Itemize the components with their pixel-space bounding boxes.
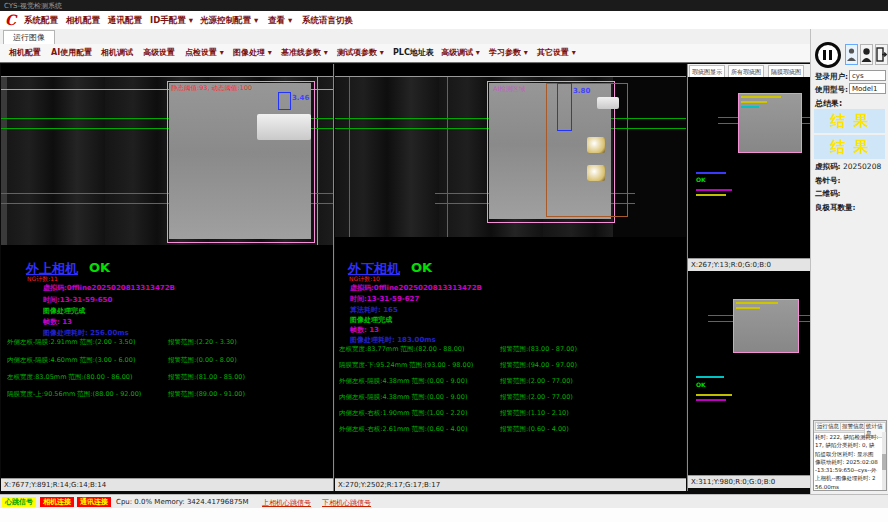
menu-system-config[interactable]: 系统配置 <box>20 11 62 29</box>
log-scrollbar[interactable] <box>882 432 886 490</box>
user-login-button[interactable] <box>845 44 858 65</box>
pause-icon <box>823 50 826 60</box>
heartbeat-status-badge: 心跳信号 <box>2 497 36 507</box>
menu-bar: C 系统配置 相机配置 通讯配置 ID手配置 ▾ 光源控制配置 ▾ 查看 ▾ 系… <box>0 11 888 30</box>
divider <box>333 64 334 491</box>
app-logo-icon: C <box>5 11 16 29</box>
menu-light-config[interactable]: 光源控制配置 ▾ <box>196 11 262 29</box>
ai-area-label: AI检测区域 <box>493 85 525 94</box>
tool-image-processing[interactable]: 图像处理 ▾ <box>230 44 275 62</box>
alarm-range: 报警范围:(2.00 - 77.00) <box>500 393 573 402</box>
tool-test-item-params[interactable]: 测试项参数 ▾ <box>334 44 387 62</box>
measurement-row: 内侧左板-隔膜:4.38mm 范围:(0.00 - 9.00) <box>339 393 467 402</box>
measurement-row: 隔膜宽度-上:90.56mm 范围:(88.00 - 92.00) <box>7 390 141 399</box>
log-body-text: 耗时: 222, 缺陷检测耗时: 17, 缺陷分类耗时: 0, 缺陷提取分区耗时… <box>815 433 879 491</box>
menu-language-switch[interactable]: 系统语言切换 <box>298 11 357 29</box>
title-bar: CYS-视觉检测系统 <box>0 0 888 11</box>
white-connector <box>257 114 311 140</box>
result-display-1: 结果 <box>814 109 885 133</box>
pixel-coord-bar-left: X:7677;Y:891;R:14;G:14;B:14 <box>1 478 333 491</box>
defect-thumbnail-2[interactable]: OK <box>688 271 810 475</box>
machine-column <box>1 77 7 245</box>
overlay-green-vline <box>447 77 448 237</box>
tool-learning-params[interactable]: 学习参数 ▾ <box>486 44 531 62</box>
barcode-field-value: 20250208 <box>843 162 881 171</box>
user-icon <box>846 45 857 64</box>
threshold-label: 静态阈值:93, 动态阈值:100 <box>171 84 252 93</box>
process-done-label: 图像处理完成 <box>43 306 85 316</box>
time-label: 时间:13-31-59-650 <box>43 295 112 305</box>
reflective-part <box>587 165 605 181</box>
mini-text-line <box>696 194 726 196</box>
divider <box>0 62 810 63</box>
user-profile-button[interactable] <box>860 44 873 65</box>
log-tabs: 运行信息 报警信息 统计信息 <box>814 421 886 433</box>
sidebar: 登录用户: cys 使用型号: Model1 总结果: 结果 结果 虚拟码: 2… <box>810 29 888 494</box>
mini-text-overlay <box>736 307 760 309</box>
tool-spotcheck-settings[interactable]: 点检设置 ▾ <box>182 44 227 62</box>
menu-view[interactable]: 查看 ▾ <box>264 11 296 29</box>
menu-id-hand-config[interactable]: ID手配置 ▾ <box>146 11 197 29</box>
tool-other-settings[interactable]: 其它设置 ▾ <box>534 44 579 62</box>
exit-door-icon <box>876 45 887 64</box>
measure-value-label: 3.46 <box>292 94 309 102</box>
mini-text-overlay <box>736 302 778 304</box>
mini-text-line <box>696 189 732 191</box>
alarm-range: 报警范围:(94.00 - 97.00) <box>500 361 577 370</box>
pixel-coord-bar-thumb1: X:267;Y:13;R:0;G:0;B:0 <box>688 258 810 271</box>
alarm-range: 报警范围:(89.00 - 91.00) <box>168 390 245 399</box>
barcode-field-label: 虚拟码: <box>815 162 841 172</box>
pause-button[interactable] <box>815 42 841 68</box>
tool-camera-config[interactable]: 相机配置 <box>6 44 44 62</box>
mini-text-line <box>696 394 732 396</box>
defect-thumbnail-1[interactable]: OK <box>688 77 810 258</box>
mini-text-overlay <box>741 106 759 108</box>
overlay-green-vline <box>349 77 350 237</box>
algo-time-label: 算法耗时: 165 <box>350 305 398 315</box>
frame-count-label: 帧数: 13 <box>43 317 72 327</box>
model-field[interactable]: Model1 <box>849 83 886 94</box>
white-connector <box>597 97 619 109</box>
menu-comm-config[interactable]: 通讯配置 <box>104 11 146 29</box>
time-label: 时间:13-31-59-627 <box>350 294 419 304</box>
tab-strip: 运行图像 <box>0 29 810 45</box>
measurement-row: 外侧左板-右板:2.61mm 范围:(0.60 - 4.00) <box>339 425 467 434</box>
upper-camera-heartbeat: 上相机心跳信号 <box>262 498 311 508</box>
comm-connect-badge: 通讯连接 <box>77 497 111 507</box>
result-ok-label: OK <box>411 260 432 275</box>
user-dark-icon <box>861 45 872 64</box>
menu-camera-config[interactable]: 相机配置 <box>62 11 104 29</box>
exit-button[interactable] <box>875 44 888 65</box>
alarm-range: 报警范围:(1.10 - 2.10) <box>500 409 569 418</box>
tool-advanced-debug[interactable]: 高级调试 ▾ <box>438 44 483 62</box>
alarm-range: 报警范围:(2.20 - 3.30) <box>168 338 237 347</box>
tool-plc-address-table[interactable]: PLC地址表 <box>390 44 437 62</box>
camera-image-lower[interactable]: AI检测区域 3.80 <box>335 76 686 237</box>
tab-run-image[interactable]: 运行图像 <box>3 30 55 45</box>
measurement-row: 左板宽度:83.77mm 范围:(82.00 - 88.00) <box>339 345 464 354</box>
tool-advanced-settings[interactable]: 高级设置 <box>140 44 178 62</box>
mini-text-line <box>696 376 724 378</box>
measurement-row: 内侧左板-右板:1.90mm 范围:(1.00 - 2.20) <box>339 409 467 418</box>
status-bar: 心跳信号 相机连接 通讯连接 Cpu: 0.0% Memory: 3424.41… <box>0 494 888 509</box>
login-user-label: 登录用户: <box>815 72 848 82</box>
overlay-measure-box <box>557 83 572 131</box>
total-result-label: 总结果: <box>815 98 842 109</box>
login-user-field[interactable]: cys <box>849 70 886 81</box>
camera-image-upper[interactable]: 静态阈值:93, 动态阈值:100 3.46 <box>1 76 333 245</box>
tool-baseline-params[interactable]: 基准线参数 ▾ <box>278 44 331 62</box>
log-tab-alarm[interactable]: 报警信息 <box>840 422 866 431</box>
measurement-row: 左板宽度:83.05mm 范围:(80.00 - 86.00) <box>7 373 132 382</box>
tool-ai-usage-config[interactable]: AI使用配置 <box>48 44 95 62</box>
camera-view-upper[interactable]: 静态阈值:93, 动态阈值:100 3.46 外上相机 OK NG计数:11 虚… <box>1 64 333 478</box>
alarm-range: 报警范围:(0.00 - 8.00) <box>168 356 237 365</box>
log-tab-run[interactable]: 运行信息 <box>815 422 841 431</box>
mini-text-overlay <box>741 101 767 103</box>
barcode-label: 虚拟码:0ffline2025020813313472B <box>43 283 175 293</box>
app-window: CYS-视觉检测系统 C 系统配置 相机配置 通讯配置 ID手配置 ▾ 光源控制… <box>0 0 888 522</box>
log-panel: 运行信息 报警信息 统计信息 耗时: 222, 缺陷检测耗时: 17, 缺陷分类… <box>813 420 887 491</box>
tool-camera-debug[interactable]: 相机调试 <box>98 44 136 62</box>
process-time-label: 图像处理耗时: 256.00ms <box>43 328 129 338</box>
scrollbar-thumb[interactable] <box>882 454 886 470</box>
camera-view-lower[interactable]: AI检测区域 3.80 外下相机 OK NG计数:10 虚拟码:0ffline2… <box>335 64 686 478</box>
